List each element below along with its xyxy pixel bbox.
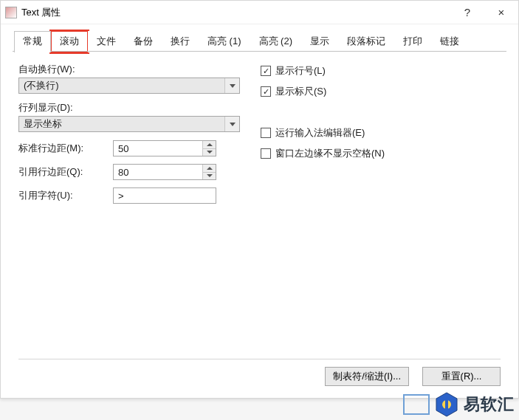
spinner-up-icon[interactable] bbox=[203, 141, 216, 149]
show-ruler-label: 显示标尺(S) bbox=[275, 85, 326, 98]
spinner-buttons bbox=[202, 141, 216, 156]
show-ruler-checkbox[interactable]: ✓ 显示标尺(S) bbox=[261, 83, 501, 100]
tab-9[interactable]: 打印 bbox=[394, 31, 431, 52]
tab-1[interactable]: 滚动 bbox=[51, 31, 88, 52]
watermark-hex-icon bbox=[436, 392, 458, 417]
margin-row: 标准行边距(M): 50 bbox=[18, 140, 247, 157]
tab-2[interactable]: 文件 bbox=[88, 31, 125, 52]
checkbox-icon bbox=[261, 128, 271, 138]
tab-8[interactable]: 段落标记 bbox=[338, 31, 394, 52]
right-column: ✓ 显示行号(L) ✓ 显示标尺(S) 运行输入法编辑器(E) 窗口左边缘不显示… bbox=[247, 63, 501, 359]
show-line-checkbox[interactable]: ✓ 显示行号(L) bbox=[261, 63, 501, 79]
dialog-window: Text 属性 ? × 常规滚动文件备份换行高亮 (1)高亮 (2)显示段落标记… bbox=[0, 0, 519, 399]
tab-bar: 常规滚动文件备份换行高亮 (1)高亮 (2)显示段落标记打印链接 bbox=[1, 24, 518, 52]
quote-margin-value: 80 bbox=[118, 167, 128, 178]
auto-wrap-label: 自动换行(W): bbox=[18, 63, 247, 76]
linecol-select[interactable]: 显示坐标 bbox=[18, 116, 240, 132]
app-icon bbox=[5, 7, 17, 18]
tab-4[interactable]: 换行 bbox=[162, 31, 199, 52]
content-area: 自动换行(W): (不换行) 行列显示(D): 显示坐标 标准行边距(M): 5… bbox=[1, 52, 518, 359]
reset-button[interactable]: 重置(R)... bbox=[422, 367, 501, 386]
svg-rect-2 bbox=[445, 400, 448, 409]
quote-char-input[interactable]: > bbox=[113, 187, 216, 204]
left-column: 自动换行(W): (不换行) 行列显示(D): 显示坐标 标准行边距(M): 5… bbox=[18, 63, 247, 359]
quote-margin-spinner[interactable]: 80 bbox=[113, 164, 216, 180]
window-title: Text 属性 bbox=[21, 6, 450, 19]
no-space-checkbox[interactable]: 窗口左边缘不显示空格(N) bbox=[261, 145, 501, 162]
checkbox-icon: ✓ bbox=[261, 86, 271, 97]
run-ime-label: 运行输入法编辑器(E) bbox=[275, 126, 365, 140]
close-button[interactable]: × bbox=[484, 1, 518, 24]
quote-char-value: > bbox=[118, 190, 124, 202]
linecol-label: 行列显示(D): bbox=[18, 101, 247, 114]
watermark-box-icon bbox=[403, 394, 430, 415]
tab-7[interactable]: 显示 bbox=[301, 31, 338, 52]
spinner-up-icon[interactable] bbox=[203, 165, 216, 173]
quote-margin-label: 引用行边距(Q): bbox=[18, 165, 113, 179]
auto-wrap-value: (不换行) bbox=[24, 79, 59, 92]
auto-wrap-select[interactable]: (不换行) bbox=[18, 78, 240, 94]
checkbox-icon bbox=[261, 148, 271, 159]
spinner-down-icon[interactable] bbox=[203, 173, 216, 180]
tab-6[interactable]: 高亮 (2) bbox=[250, 31, 302, 52]
titlebar: Text 属性 ? × bbox=[1, 1, 518, 24]
quote-char-label: 引用字符(U): bbox=[18, 189, 113, 202]
spinner-down-icon[interactable] bbox=[203, 149, 216, 156]
tab-3[interactable]: 备份 bbox=[125, 31, 162, 52]
quote-margin-row: 引用行边距(Q): 80 bbox=[18, 163, 247, 181]
run-ime-checkbox[interactable]: 运行输入法编辑器(E) bbox=[261, 125, 501, 141]
tabs-indent-button[interactable]: 制表符/缩进(I)... bbox=[325, 367, 409, 386]
spinner-buttons bbox=[202, 165, 216, 179]
help-button[interactable]: ? bbox=[450, 1, 484, 24]
checkbox-icon: ✓ bbox=[261, 66, 271, 76]
margin-label: 标准行边距(M): bbox=[18, 142, 113, 155]
tab-underline bbox=[13, 51, 506, 52]
watermark: 易软汇 bbox=[403, 392, 515, 417]
no-space-label: 窗口左边缘不显示空格(N) bbox=[275, 147, 385, 160]
margin-value: 50 bbox=[118, 143, 128, 154]
quote-char-row: 引用字符(U): > bbox=[18, 187, 247, 204]
chevron-down-icon bbox=[224, 117, 239, 131]
linecol-value: 显示坐标 bbox=[24, 117, 62, 131]
margin-spinner[interactable]: 50 bbox=[113, 140, 216, 156]
show-line-label: 显示行号(L) bbox=[275, 64, 326, 78]
chevron-down-icon bbox=[224, 78, 239, 93]
watermark-text: 易软汇 bbox=[464, 393, 515, 416]
tab-0[interactable]: 常规 bbox=[14, 31, 51, 52]
tab-10[interactable]: 链接 bbox=[431, 31, 468, 52]
tab-5[interactable]: 高亮 (1) bbox=[199, 31, 250, 52]
